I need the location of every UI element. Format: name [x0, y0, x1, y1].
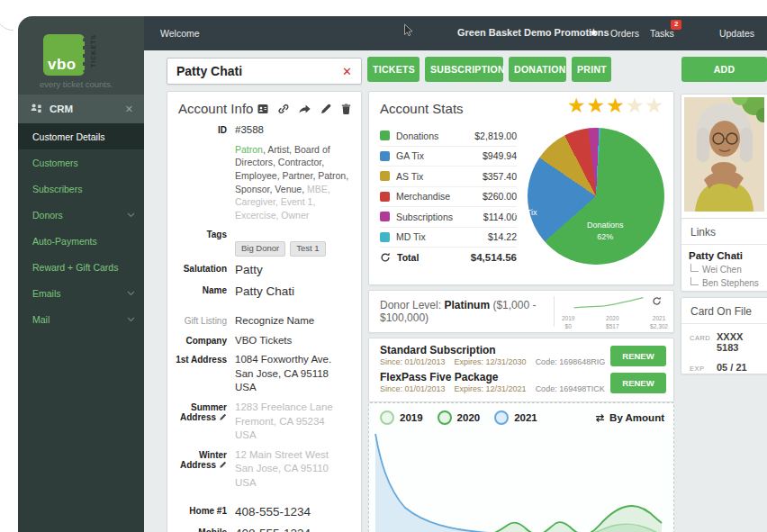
link-child[interactable]: Wei Chen — [689, 264, 761, 275]
mouse-cursor — [403, 23, 413, 39]
links-panel: Links Patty Chati Wei Chen Ben Stephens — [681, 218, 767, 292]
sidebar-menu: Customer Details Customers Subscribers D… — [18, 123, 144, 532]
sidebar-item-emails[interactable]: Emails — [18, 280, 144, 306]
close-icon[interactable]: ✕ — [125, 104, 133, 115]
link-child[interactable]: Ben Stephens — [689, 277, 761, 288]
sidebar-item-subscribers[interactable]: Subscribers — [18, 176, 144, 202]
favorite-star-icon[interactable]: ★ — [589, 26, 599, 39]
legend-toggle-2020[interactable]: 2020 — [438, 410, 481, 425]
field-name: Name Patty Chati — [167, 284, 354, 300]
legend-row: Merchandise$260.00 — [380, 187, 517, 208]
org-chart-icon — [31, 104, 42, 114]
field-summer-address: Summer Address 1283 Freelance Lane Fremo… — [167, 401, 354, 443]
field-1st-address: 1st Address 1084 Foxworthy Ave. San Jose… — [167, 353, 354, 395]
sidebar-item-customers[interactable]: Customers — [18, 149, 144, 176]
subscription-row: FlexPass Five Package Since: 01/01/2013E… — [369, 369, 673, 396]
edit-pencil-icon[interactable] — [219, 461, 227, 469]
ticket-perforation — [83, 38, 86, 72]
sidebar: vbo TICKETS every ticket counts. CRM ✕ C… — [18, 16, 144, 532]
customer-photo[interactable] — [681, 94, 767, 221]
sidebar-item-donors[interactable]: Donors — [18, 202, 144, 228]
vbo-logo[interactable]: vbo — [43, 34, 85, 76]
card-number-row: CARD XXXX 5183 — [690, 331, 760, 353]
edit-pencil-icon[interactable] — [320, 103, 332, 115]
subscription-button[interactable]: SUBSCRIPTION — [425, 57, 503, 82]
tag-chip[interactable]: Test 1 — [290, 241, 325, 257]
links-title: Links — [681, 219, 767, 245]
card-exp: 05 / 21 — [717, 362, 747, 373]
sidebar-item-auto-payments[interactable]: Auto-Payments — [18, 228, 144, 254]
account-stats-panel: Account Stats ★★★★★ Donations$2,819.00 G… — [368, 91, 674, 285]
spark-tick: 2021$2,302 — [650, 315, 668, 330]
chevron-down-icon — [127, 317, 135, 322]
legend-toggle-2021[interactable]: 2021 — [494, 410, 537, 425]
field-company: Company VBO Tickets — [167, 334, 354, 348]
chevron-down-icon — [127, 291, 135, 296]
subscriptions-panel: Standard Subscription Since: 01/01/2013E… — [368, 338, 674, 402]
renew-button[interactable]: RENEW — [610, 373, 666, 393]
legend-row: AS Tix$357.40 — [380, 167, 517, 187]
vbo-logo-text: vbo — [48, 56, 77, 74]
star-rating[interactable]: ★★★★★ — [567, 94, 664, 118]
legend-row: GA Tix$949.94 — [380, 147, 517, 167]
add-button[interactable]: ADD — [681, 57, 767, 82]
donor-level-value: Platinum — [444, 299, 490, 311]
field-gift-listing: Gift Listing Recognize Name — [167, 314, 354, 329]
legend-dot — [380, 410, 394, 425]
edit-pencil-icon[interactable] — [219, 413, 227, 421]
customer-search[interactable]: Patty Chati ✕ — [167, 58, 362, 85]
donation-button[interactable]: DONATION — [509, 57, 566, 82]
legend-row: Donations$2,819.00 — [380, 126, 517, 147]
yearly-trend-panel: 2019 2020 2021 By Amount — [368, 402, 674, 532]
sidebar-section-crm: CRM ✕ — [18, 95, 144, 123]
legend-total-row: Total$4,514.56 — [380, 248, 517, 267]
field-roles: Patron, Artist, Board of Directors, Cont… — [167, 143, 354, 222]
clear-search-icon[interactable]: ✕ — [333, 65, 361, 78]
contact-card-icon[interactable] — [257, 103, 269, 115]
refresh-icon[interactable] — [652, 296, 662, 306]
tree-connector — [690, 264, 699, 272]
field-tags: Tags Big DonorTest 1 — [167, 228, 354, 257]
tasks-badge: 2 — [671, 20, 681, 30]
renew-button[interactable]: RENEW — [610, 346, 666, 366]
app-window: vbo TICKETS every ticket counts. CRM ✕ C… — [18, 16, 767, 532]
card-on-file-panel: Card On File CARD XXXX 5183 EXP 05 / 21 — [681, 297, 767, 374]
legend-row: MD Tix$14.22 — [380, 228, 517, 248]
legend-swatch — [380, 232, 390, 242]
tickets-button[interactable]: TICKETS — [367, 57, 420, 82]
role-primary[interactable]: Patron — [235, 144, 263, 155]
spark-tick: 2019$0 — [562, 315, 574, 330]
crm-title: CRM — [50, 104, 73, 114]
account-info-title: Account Info — [178, 101, 257, 116]
legend-row: Subscriptions$114.00 — [380, 207, 517, 228]
topbar-updates[interactable]: Updates — [719, 28, 754, 39]
legend-toggle-2019[interactable]: 2019 — [380, 410, 423, 425]
tag-chip[interactable]: Big Donor — [235, 241, 285, 257]
link-primary[interactable]: Patty Chati — [689, 250, 761, 261]
sidebar-item-reward-gift-cards[interactable]: Reward + Gift Cards — [18, 254, 144, 280]
organization-name[interactable]: Green Basket Demo Promotions — [457, 27, 609, 38]
share-icon[interactable] — [298, 103, 311, 115]
account-stats-title: Account Stats — [380, 101, 464, 116]
subscription-row: Standard Subscription Since: 01/01/2013E… — [369, 342, 673, 369]
search-input[interactable]: Patty Chati — [167, 64, 333, 78]
topbar-tasks[interactable]: Tasks — [650, 28, 674, 39]
by-amount-toggle[interactable]: By Amount — [594, 412, 664, 423]
sidebar-item-customer-details[interactable]: Customer Details — [18, 123, 144, 149]
pie-label-ga-tix: GA Tix 21% — [513, 207, 537, 230]
link-icon[interactable] — [277, 103, 290, 115]
refresh-icon[interactable] — [380, 252, 391, 263]
card-exp-row: EXP 05 / 21 — [690, 362, 760, 373]
field-home-phone: Home #1 408-555-1234 — [167, 504, 354, 520]
sidebar-item-mail[interactable]: Mail — [18, 306, 144, 332]
legend-dot — [438, 410, 452, 425]
card-on-file-title: Card On File — [681, 298, 767, 324]
field-id: ID #3588 — [167, 123, 354, 138]
spark-tick: 2020$517 — [606, 315, 618, 330]
topbar-orders[interactable]: Orders — [610, 28, 639, 39]
field-winter-address: Winter Address 12 Main Street West San J… — [167, 448, 354, 491]
topbar: Welcome Green Basket Demo Promotions ★ O… — [144, 16, 767, 50]
print-button[interactable]: PRINT — [572, 57, 611, 82]
trash-icon[interactable] — [340, 103, 352, 115]
account-info-panel: Account Info ID #3588 Patron, Artist, Bo… — [167, 91, 362, 532]
